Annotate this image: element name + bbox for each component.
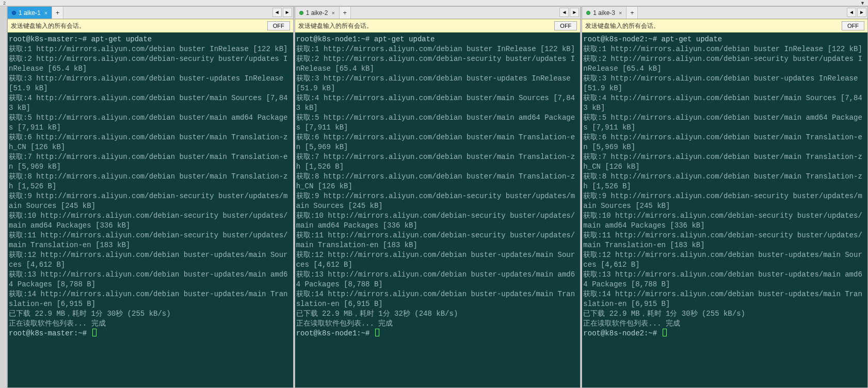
vertical-gutter	[0, 6, 7, 388]
tab-prev-button[interactable]: ◄	[559, 8, 569, 17]
tabbar-3: 1 aike-3 × + ◄ ►	[582, 7, 867, 19]
ruler-dropdown-icon[interactable]: ▼	[860, 0, 865, 6]
pane-2: 1 aike-2 × + ◄ ► 发送键盘输入的所有会话。 OFF root@k…	[295, 6, 581, 388]
broadcast-toggle-button[interactable]: OFF	[554, 21, 577, 30]
tab-label: 1 aike-2	[306, 9, 328, 17]
tab-next-button[interactable]: ►	[283, 8, 292, 17]
broadcast-infobar: 发送键盘输入的所有会话。 OFF	[8, 19, 293, 33]
broadcast-infobar: 发送键盘输入的所有会话。 OFF	[582, 19, 867, 33]
status-dot-icon	[299, 11, 303, 15]
panes-container: 1 aike-1 × + ◄ ► 发送键盘输入的所有会话。 OFF root@k…	[0, 6, 868, 388]
close-icon[interactable]: ×	[44, 10, 47, 16]
tab-aike-2[interactable]: 1 aike-2 ×	[295, 7, 340, 19]
terminal-output-2[interactable]: root@k8s-node1:~# apt-get update 获取:1 ht…	[295, 33, 581, 387]
tab-add-button[interactable]: +	[626, 7, 638, 19]
tab-nav: ◄ ►	[272, 8, 292, 17]
pane-1: 1 aike-1 × + ◄ ► 发送键盘输入的所有会话。 OFF root@k…	[7, 6, 294, 388]
tab-prev-button[interactable]: ◄	[847, 8, 856, 17]
plus-icon: +	[56, 9, 60, 17]
ruler-bar: 2 ▼	[0, 0, 868, 6]
infobar-message: 发送键盘输入的所有会话。	[585, 22, 660, 30]
terminal-output-3[interactable]: root@k8s-node2:~# apt-get update 获取:1 ht…	[582, 33, 867, 387]
broadcast-toggle-button[interactable]: OFF	[267, 21, 290, 30]
ruler-mark: 2	[3, 1, 6, 6]
tab-add-button[interactable]: +	[340, 7, 351, 19]
tab-nav: ◄ ►	[559, 8, 579, 17]
plus-icon: +	[343, 9, 347, 17]
tab-label: 1 aike-3	[593, 9, 615, 17]
tab-prev-button[interactable]: ◄	[272, 8, 282, 17]
terminal-output-1[interactable]: root@k8s-master:~# apt-get update 获取:1 h…	[8, 33, 293, 387]
status-dot-icon	[586, 11, 590, 15]
tab-label: 1 aike-1	[19, 9, 41, 17]
tab-nav: ◄ ►	[847, 8, 866, 17]
status-dot-icon	[12, 11, 16, 15]
tab-aike-3[interactable]: 1 aike-3 ×	[582, 7, 626, 19]
tabbar-2: 1 aike-2 × + ◄ ►	[295, 7, 581, 19]
tab-next-button[interactable]: ►	[570, 8, 579, 17]
tab-aike-1[interactable]: 1 aike-1 ×	[8, 7, 52, 19]
infobar-message: 发送键盘输入的所有会话。	[11, 22, 85, 30]
close-icon[interactable]: ×	[331, 10, 334, 16]
broadcast-infobar: 发送键盘输入的所有会话。 OFF	[295, 19, 581, 33]
close-icon[interactable]: ×	[619, 10, 622, 16]
tabbar-1: 1 aike-1 × + ◄ ►	[8, 7, 293, 19]
pane-3: 1 aike-3 × + ◄ ► 发送键盘输入的所有会话。 OFF root@k…	[582, 6, 868, 388]
infobar-message: 发送键盘输入的所有会话。	[298, 22, 373, 30]
tab-next-button[interactable]: ►	[857, 8, 866, 17]
plus-icon: +	[630, 9, 634, 17]
tab-add-button[interactable]: +	[52, 7, 63, 19]
broadcast-toggle-button[interactable]: OFF	[842, 21, 864, 30]
